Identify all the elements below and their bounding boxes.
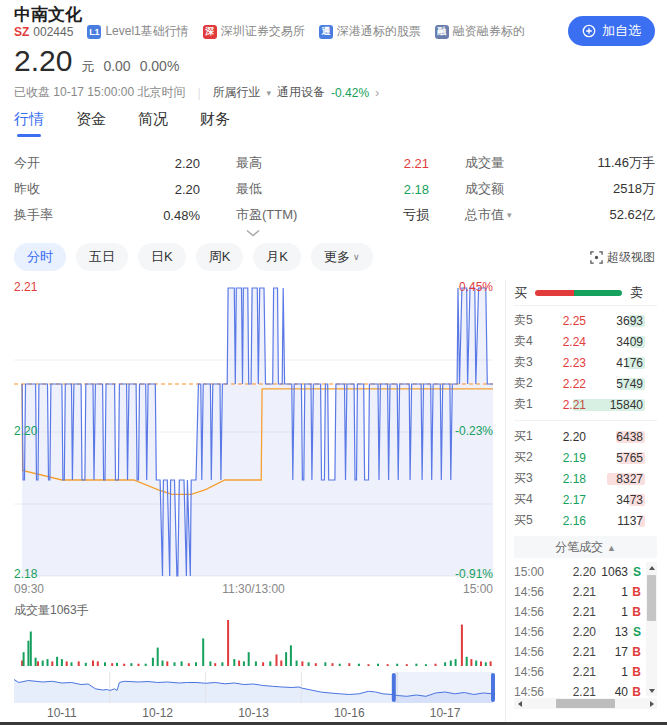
badge-icon: 通 bbox=[319, 25, 333, 39]
tick-volume: 1063 bbox=[596, 565, 628, 579]
bid-row[interactable]: 买42.173473 bbox=[514, 489, 657, 510]
volume-chart[interactable] bbox=[0, 616, 505, 668]
ask-row[interactable]: 卖22.225749 bbox=[514, 373, 657, 394]
tick-time: 14:56 bbox=[514, 645, 556, 659]
horizontal-scrollbar[interactable] bbox=[514, 698, 657, 709]
bid-row[interactable]: 买52.161137 bbox=[514, 510, 657, 531]
period-tab-日K[interactable]: 日K bbox=[138, 243, 186, 271]
tab-资金[interactable]: 资金 bbox=[76, 110, 106, 137]
ask-row[interactable]: 卖42.243409 bbox=[514, 331, 657, 352]
level-label: 卖4 bbox=[514, 333, 544, 350]
navigator-right-handle[interactable] bbox=[491, 673, 495, 702]
stat-label: 成交量 bbox=[465, 154, 504, 172]
divider: | bbox=[197, 86, 200, 100]
industry-name[interactable]: 通用设备 bbox=[277, 84, 325, 101]
stat-cell: 今开2.20 bbox=[14, 150, 200, 176]
bid-row[interactable]: 买22.195765 bbox=[514, 447, 657, 468]
add-watchlist-button[interactable]: 加自选 bbox=[568, 16, 655, 46]
sell-label: 卖 bbox=[630, 284, 643, 302]
period-tab-更多[interactable]: 更多∨ bbox=[311, 243, 373, 271]
bid-row[interactable]: 买12.206438 bbox=[514, 426, 657, 447]
tick-header-label: 分笔成交 bbox=[555, 540, 603, 554]
tick-row: 14:562.211B bbox=[514, 662, 657, 682]
intraday-chart[interactable] bbox=[0, 280, 505, 580]
industry-label[interactable]: 所属行业 bbox=[213, 84, 261, 101]
level-price: 2.20 bbox=[544, 430, 586, 444]
chart-toolbar: 分时五日日K周K月K更多∨ 超级视图 bbox=[14, 243, 655, 271]
tick-time: 15:00 bbox=[514, 565, 556, 579]
period-tab-分时[interactable]: 分时 bbox=[14, 243, 66, 271]
navigator-left-handle[interactable] bbox=[392, 673, 396, 702]
ask-row[interactable]: 卖12.2115840 bbox=[514, 394, 657, 415]
tab-行情[interactable]: 行情 bbox=[14, 110, 44, 137]
period-tab-label: 周K bbox=[209, 248, 231, 266]
stat-value: 11.46万手 bbox=[597, 154, 655, 172]
stock-badge: 通深港通标的股票 bbox=[319, 23, 421, 40]
level-volume: 4176 bbox=[586, 356, 643, 370]
stat-label: 市盈(TTM) bbox=[236, 206, 297, 224]
chevron-right-icon[interactable]: › bbox=[375, 85, 379, 100]
period-tab-月K[interactable]: 月K bbox=[253, 243, 301, 271]
tick-list-header[interactable]: 分笔成交▲ bbox=[514, 536, 657, 558]
tab-财务[interactable]: 财务 bbox=[200, 110, 230, 137]
time-label-close: 15:00 bbox=[463, 582, 493, 596]
level-price: 2.24 bbox=[544, 335, 586, 349]
scroll-left-arrow[interactable] bbox=[514, 698, 525, 709]
v-scroll-thumb[interactable] bbox=[647, 575, 656, 621]
navigator-date: 10-12 bbox=[128, 706, 188, 720]
tick-price: 2.20 bbox=[556, 625, 596, 639]
chart-column: 2.210.45%2.20-0.23%2.18-0.91% 09:3011:30… bbox=[0, 280, 505, 725]
add-watchlist-label: 加自选 bbox=[602, 22, 641, 40]
vertical-scrollbar[interactable] bbox=[646, 562, 657, 696]
navigator-date: 10-13 bbox=[224, 706, 284, 720]
level-label: 卖3 bbox=[514, 354, 544, 371]
tick-list: 15:002.201063S14:562.211B14:562.211B14:5… bbox=[514, 562, 657, 696]
bid-row[interactable]: 买32.188327 bbox=[514, 468, 657, 489]
h-scroll-thumb[interactable] bbox=[556, 699, 614, 708]
stat-cell: 总市值▾52.62亿 bbox=[465, 202, 655, 228]
ask-row[interactable]: 卖52.253693 bbox=[514, 310, 657, 331]
caret-down-icon[interactable]: ▾ bbox=[507, 210, 512, 220]
tick-row: 14:562.2013S bbox=[514, 622, 657, 642]
stat-value: 2.21 bbox=[404, 156, 429, 171]
navigator-date: 10-11 bbox=[32, 706, 92, 720]
super-view-button[interactable]: 超级视图 bbox=[590, 249, 655, 266]
plus-circle-icon bbox=[582, 24, 596, 38]
triangle-up-icon: ▲ bbox=[607, 543, 616, 553]
period-tab-周K[interactable]: 周K bbox=[196, 243, 244, 271]
triangle-down-shape bbox=[649, 689, 655, 693]
period-tab-label: 月K bbox=[266, 248, 288, 266]
period-tab-五日[interactable]: 五日 bbox=[76, 243, 128, 271]
tab-简况[interactable]: 简况 bbox=[138, 110, 168, 137]
chart-period-tabs: 分时五日日K周K月K更多∨ bbox=[14, 243, 590, 271]
period-tab-label: 分时 bbox=[27, 248, 53, 266]
chevron-down-icon: ∨ bbox=[353, 252, 360, 262]
volume-number: 4176 bbox=[616, 356, 643, 370]
volume-number: 3409 bbox=[616, 335, 643, 349]
stat-label: 成交额 bbox=[465, 180, 504, 198]
navigator-date: 10-17 bbox=[415, 706, 475, 720]
volume-number: 8327 bbox=[616, 472, 643, 486]
stat-cell: 最高2.21 bbox=[236, 150, 429, 176]
stat-value: 亏损 bbox=[403, 206, 429, 224]
scroll-up-arrow[interactable] bbox=[646, 562, 657, 573]
scroll-down-arrow[interactable] bbox=[646, 685, 657, 696]
stock-quote-page: 中南文化 SZ002445 L1Level1基础行情深深圳证券交易所通深港通标的… bbox=[0, 0, 667, 725]
level-volume: 1137 bbox=[586, 514, 643, 528]
badge-label: 深圳证券交易所 bbox=[221, 23, 305, 40]
tick-side: S bbox=[628, 625, 641, 639]
level-price: 2.19 bbox=[544, 451, 586, 465]
buy-label: 买 bbox=[514, 284, 527, 302]
code-label: 002445 bbox=[33, 25, 73, 39]
expand-stats-chevron[interactable] bbox=[0, 228, 505, 238]
level-price: 2.16 bbox=[544, 514, 586, 528]
stat-cell: 换手率0.48% bbox=[14, 202, 200, 228]
level-label: 卖1 bbox=[514, 396, 544, 413]
date-navigator[interactable] bbox=[0, 672, 505, 703]
ask-row[interactable]: 卖32.234176 bbox=[514, 352, 657, 373]
period-tab-label: 五日 bbox=[89, 248, 115, 266]
level-price: 2.18 bbox=[544, 472, 586, 486]
scroll-right-arrow[interactable] bbox=[646, 698, 657, 709]
y-label-pct: -0.23% bbox=[455, 424, 493, 438]
tick-side: B bbox=[628, 645, 641, 659]
